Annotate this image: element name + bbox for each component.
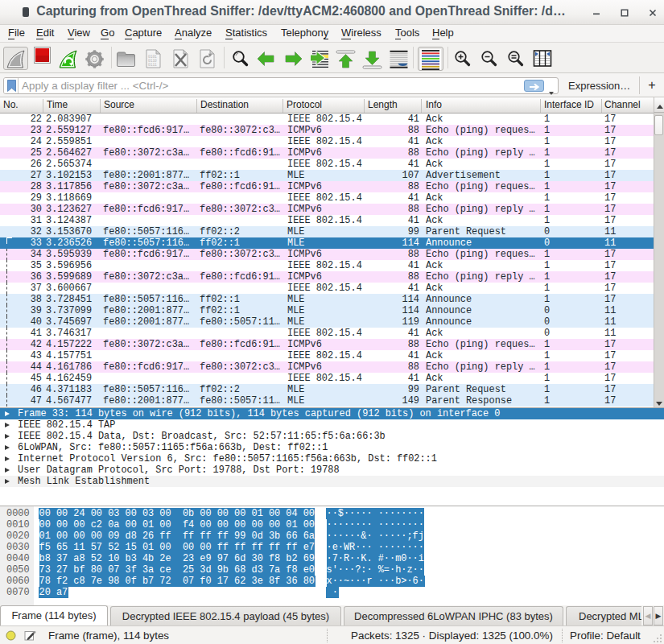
svg-text:0111: 0111 [148, 63, 157, 67]
